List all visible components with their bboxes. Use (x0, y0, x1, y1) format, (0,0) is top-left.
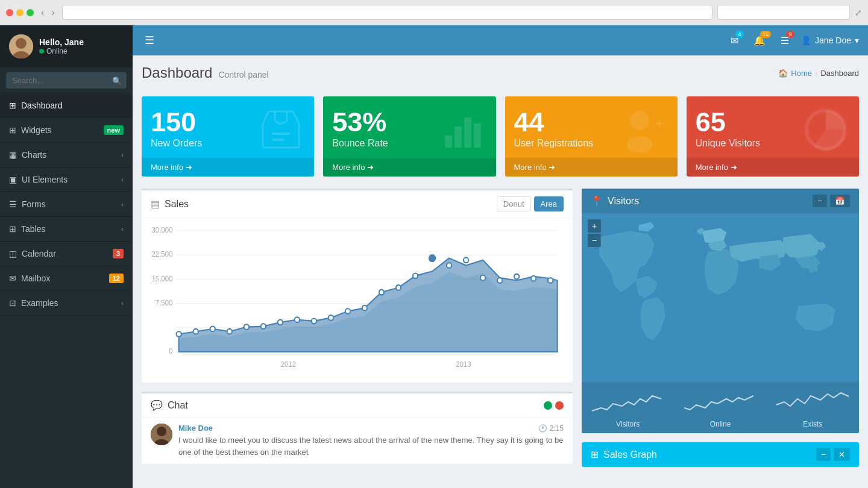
sidebar-item-widgets[interactable]: ⊞ Widgets new (0, 118, 133, 143)
avatar (9, 34, 33, 58)
infobox-registrations: 44 User Registrations + More info ➜ (505, 96, 678, 177)
charts-row: ▤ Sales Donut Area (142, 189, 859, 467)
chat-header: 💬 Chat (142, 393, 573, 418)
sidebar-item-tables[interactable]: ⊞ Tables ‹ (0, 217, 133, 242)
maximize-dot[interactable] (27, 9, 34, 16)
calendar-badge: 3 (113, 249, 124, 258)
chat-meta: Mike Doe 🕐 2:15 (178, 424, 564, 433)
svg-point-32 (278, 320, 283, 325)
browser-search[interactable] (717, 5, 850, 20)
mail-button[interactable]: ✉ 4 (728, 32, 741, 49)
sales-graph-box: ⊞ Sales Graph − ✕ (582, 442, 859, 467)
search-input[interactable] (6, 72, 127, 89)
topnav: ☰ ✉ 4 🔔 15 ☰ 9 👤 Jane Doe ▾ (133, 25, 868, 55)
svg-text:0: 0 (169, 347, 173, 355)
sales-graph-minus[interactable]: − (816, 448, 831, 461)
sales-chart-svg: 30,000 22,500 15,000 7,500 0 2012 2013 (151, 224, 564, 375)
sales-graph-close[interactable]: ✕ (834, 448, 850, 461)
forward-button[interactable]: › (49, 7, 57, 18)
sidebar-item-mailbox[interactable]: ✉ Mailbox 12 (0, 266, 133, 291)
sidebar-label-forms: Forms (22, 199, 46, 209)
sidebar-user-info: Hello, Jane Online (39, 37, 124, 55)
page-title: Dashboard (142, 64, 212, 81)
svg-text:7,500: 7,500 (156, 299, 173, 307)
tab-donut[interactable]: Donut (497, 196, 531, 211)
back-button[interactable]: ‹ (39, 7, 46, 18)
exists-sparkline (773, 387, 852, 417)
visitors-label: Visitors (582, 420, 674, 428)
tasks-button[interactable]: ☰ 9 (778, 32, 792, 49)
breadcrumb-home[interactable]: Home (791, 69, 812, 78)
sidebar-item-forms[interactable]: ☰ Forms ‹ (0, 192, 133, 217)
mail-count: 4 (735, 31, 744, 38)
chat-red-btn[interactable] (555, 401, 564, 410)
close-dot[interactable] (6, 9, 13, 16)
sidebar-username: Hello, Jane (39, 37, 124, 47)
map-calendar-btn[interactable]: 📅 (830, 195, 850, 207)
svg-point-36 (345, 308, 350, 314)
svg-point-28 (210, 327, 215, 332)
forms-chevron: ‹ (121, 201, 124, 208)
info-boxes: 150 New Orders More info ➜ (142, 96, 859, 177)
user-name: Jane Doe (815, 36, 851, 45)
map-minus-btn[interactable]: − (813, 195, 827, 207)
vis-arrow-icon: ➜ (731, 163, 737, 172)
svg-point-26 (177, 331, 181, 337)
sidebar-item-calendar[interactable]: ◫ Calendar 3 (0, 242, 133, 266)
sidebar-header: Hello, Jane Online (0, 25, 133, 67)
svg-point-44 (480, 275, 485, 281)
vis-icon (802, 105, 850, 161)
sales-box: ▤ Sales Donut Area (142, 189, 573, 383)
browser-dots (6, 9, 34, 16)
calendar-icon: ◫ (9, 249, 17, 258)
sales-graph-header: ⊞ Sales Graph − ✕ (582, 442, 859, 467)
clock-icon: 🕐 (538, 424, 547, 433)
bell-button[interactable]: 🔔 15 (750, 32, 769, 49)
widgets-badge: new (104, 125, 124, 135)
chat-username[interactable]: Mike Doe (178, 424, 213, 433)
svg-rect-3 (272, 133, 290, 135)
zoom-out-btn[interactable]: − (588, 234, 601, 247)
user-menu[interactable]: 👤 Jane Doe ▾ (801, 36, 859, 45)
sales-chart-body: 30,000 22,500 15,000 7,500 0 2012 2013 (142, 218, 573, 383)
sidebar-search-wrapper: 🔍 (0, 67, 133, 93)
sidebar-item-examples[interactable]: ⊡ Examples ‹ (0, 291, 133, 316)
examples-icon: ⊡ (9, 298, 16, 308)
bounce-footer-text: More info (332, 163, 367, 172)
breadcrumb-current: Dashboard (820, 69, 859, 78)
bell-count: 15 (760, 31, 771, 38)
sidebar-item-dashboard[interactable]: ⊞ Dashboard (0, 93, 133, 118)
browser-nav: ‹ › (39, 7, 57, 18)
zoom-in-btn[interactable]: + (588, 219, 601, 233)
svg-text:+: + (655, 115, 664, 131)
svg-rect-6 (454, 127, 462, 148)
sidebar-toggle[interactable]: ☰ (142, 31, 157, 50)
sidebar-label-examples: Examples (21, 298, 58, 308)
svg-rect-7 (464, 117, 471, 148)
sidebar-menu: ⊞ Dashboard ⊞ Widgets new ▦ (0, 93, 133, 316)
sidebar-item-charts[interactable]: ▦ Charts ‹ (0, 143, 133, 167)
map-stat-online: Online (674, 387, 766, 428)
chat-body: Mike Doe 🕐 2:15 I would like to meet you… (142, 418, 573, 464)
svg-point-47 (531, 276, 536, 281)
tab-area[interactable]: Area (534, 196, 564, 211)
chat-message: Mike Doe 🕐 2:15 I would like to meet you… (151, 424, 564, 458)
home-icon: 🏠 (778, 69, 788, 78)
chat-content: Mike Doe 🕐 2:15 I would like to meet you… (178, 424, 564, 458)
reg-icon: + (620, 105, 668, 161)
visitors-col: 📍 Visitors − 📅 + − (582, 189, 859, 467)
orders-footer-text: More info (151, 163, 186, 172)
svg-point-45 (497, 278, 502, 283)
sidebar-item-ui-elements[interactable]: ▣ UI Elements ‹ (0, 167, 133, 192)
chat-text: I would like to meet you to discuss the … (178, 434, 564, 458)
chat-green-btn[interactable] (544, 401, 552, 410)
page-subtitle: Control panel (218, 70, 268, 80)
svg-rect-5 (445, 136, 452, 148)
charts-chevron: ‹ (121, 151, 124, 158)
url-bar[interactable] (62, 5, 712, 20)
tables-icon: ⊞ (9, 224, 16, 234)
minimize-dot[interactable] (16, 9, 24, 16)
mailbox-badge: 12 (109, 274, 124, 283)
mailbox-icon: ✉ (9, 274, 16, 283)
map-stat-exists: Exists (767, 387, 859, 428)
